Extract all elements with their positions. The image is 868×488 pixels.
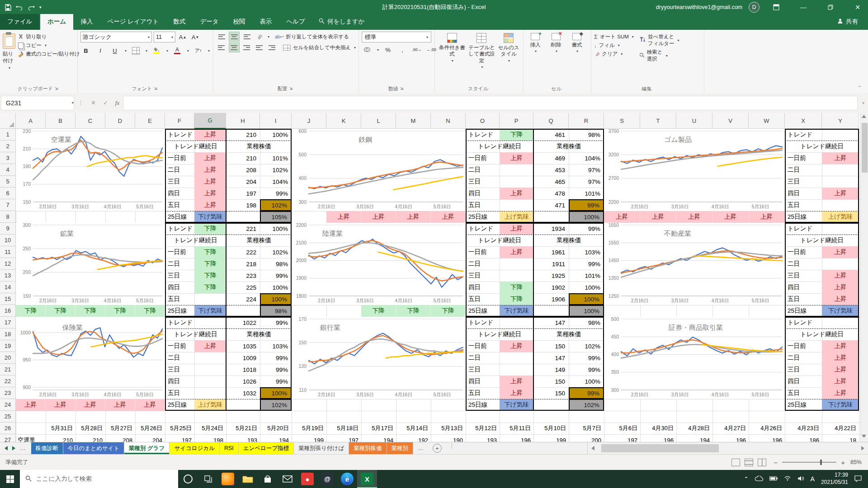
strip-cell[interactable]: 上昇 xyxy=(105,399,135,411)
prev-sheet-icon[interactable] xyxy=(5,446,8,450)
cell-day-pct[interactable]: 102% xyxy=(569,340,604,352)
cell-pricehead[interactable]: 業種株価 xyxy=(533,235,604,246)
strip-cell[interactable]: 下降 xyxy=(431,305,466,317)
cell-day-price[interactable]: 1911 xyxy=(533,258,569,270)
cell-price-head[interactable]: 210 xyxy=(226,129,260,141)
cell-day-pct[interactable]: 102% xyxy=(260,199,292,211)
cell-day-label[interactable]: 五日 xyxy=(785,387,822,399)
cell-day-label[interactable]: 四日 xyxy=(785,375,822,387)
cell-date[interactable]: 5月20日 xyxy=(260,422,292,434)
chart-空運業[interactable]: 2302101901701502月16日3月16日4月16日5月16日空運業 xyxy=(16,129,165,211)
taskbar-clock[interactable]: 17:392021/05/31 xyxy=(821,472,848,486)
cell-ma-value[interactable]: 下げ気味 xyxy=(822,399,859,411)
cell-day-price[interactable]: 1035 xyxy=(226,340,260,352)
ribbon-tab-3[interactable]: 数式 xyxy=(166,14,193,30)
cell-trend-label[interactable]: トレンド xyxy=(785,317,822,328)
cell-ma-pct[interactable]: 98% xyxy=(260,305,292,317)
cell-date[interactable]: 5月25日 xyxy=(165,422,194,434)
cell-ma-value[interactable]: 下げ気味 xyxy=(194,305,226,317)
file-explorer-icon[interactable] xyxy=(238,470,258,488)
cell-row27-value[interactable]: 196 xyxy=(749,434,785,442)
zoom-in-icon[interactable]: + xyxy=(841,459,845,466)
strip-cell[interactable]: 上昇 xyxy=(640,211,676,223)
row-header-15[interactable]: 15 xyxy=(0,293,16,305)
cell-styles-button[interactable]: セルのスタイル▾ xyxy=(497,32,520,63)
cell-date[interactable]: 4月26日 xyxy=(749,422,785,434)
cell-day-pct[interactable]: 100% xyxy=(260,387,292,399)
cell-date[interactable]: 5月27日 xyxy=(105,422,135,434)
strip-cell[interactable]: 下降 xyxy=(46,305,75,317)
cell-day-price[interactable]: 1018 xyxy=(226,364,260,375)
horizontal-scrollbar[interactable] xyxy=(587,442,868,454)
cell-day-value[interactable]: 上昇 xyxy=(822,152,859,164)
cell-day-value[interactable]: 下降 xyxy=(500,282,533,293)
sheet-tab-8[interactable]: 業種別 xyxy=(387,442,414,454)
tray-chevron-icon[interactable]: ⌃ xyxy=(744,476,749,482)
cell-day-pct[interactable]: 101% xyxy=(260,152,292,164)
cell-day-value[interactable]: 上昇 xyxy=(500,246,533,258)
taskbar-search[interactable]: ここに入力して検索 xyxy=(20,470,178,488)
cell-day-price[interactable]: 223 xyxy=(226,270,260,282)
cell-day-price[interactable]: 225 xyxy=(226,282,260,293)
strip-cell[interactable]: 下降 xyxy=(135,305,165,317)
cell-day-label[interactable]: 四日 xyxy=(165,188,194,199)
cell-day-label[interactable]: 五日 xyxy=(785,293,822,305)
cell-day-price[interactable]: 1925 xyxy=(533,270,569,282)
col-header-W[interactable]: W xyxy=(749,113,785,129)
row-header-14[interactable]: 14 xyxy=(0,282,16,293)
col-header-C[interactable]: C xyxy=(75,113,105,129)
cell-row27-value[interactable]: 186 xyxy=(785,434,822,442)
cell-day-value[interactable]: 上昇 xyxy=(822,246,859,258)
group-label-alignment[interactable]: 配置⇲ xyxy=(216,84,356,93)
cell-day-label[interactable]: 二日 xyxy=(785,164,822,176)
cell-day-value[interactable]: 上昇 xyxy=(500,152,533,164)
cell-day-label[interactable]: 五日 xyxy=(466,293,500,305)
strip-cell[interactable]: 上昇 xyxy=(326,211,361,223)
cell-row27-value[interactable]: 196 xyxy=(500,434,533,442)
strip-cell[interactable]: 上昇 xyxy=(431,211,466,223)
cell-ma-pct[interactable]: 102% xyxy=(569,399,604,411)
cell-day-price[interactable]: 478 xyxy=(533,188,569,199)
vertical-scrollbar[interactable] xyxy=(860,113,868,442)
enter-icon[interactable]: ✓ xyxy=(99,99,112,106)
cell-day-label[interactable]: 二日 xyxy=(165,164,194,176)
cell-date[interactable]: 4月23日 xyxy=(785,422,822,434)
name-box[interactable]: G231▾ xyxy=(1,96,74,110)
cell-day-pct[interactable]: 99% xyxy=(260,270,292,282)
cell-ma-value[interactable]: 上げ気味 xyxy=(500,211,533,223)
cell-row27-label[interactable]: 空運業 xyxy=(16,434,46,442)
cell-day-value[interactable] xyxy=(194,387,226,399)
cell-date[interactable]: 4月30日 xyxy=(640,422,676,434)
borders-icon[interactable] xyxy=(130,46,141,55)
row-header-27[interactable]: 27 xyxy=(0,434,16,442)
cell-pricehead[interactable]: 業種株価 xyxy=(533,328,604,340)
restore-button[interactable] xyxy=(820,0,841,14)
page-break-view-icon[interactable] xyxy=(758,459,766,466)
at-app-icon[interactable]: @ xyxy=(317,470,337,488)
sheet-tab-5[interactable]: エンベロープ指標 xyxy=(239,442,294,454)
cell-pct-head[interactable]: 98% xyxy=(569,317,604,328)
close-button[interactable]: ✕ xyxy=(847,0,868,14)
cell-day-value[interactable]: 上昇 xyxy=(194,199,226,211)
cell-date[interactable]: 5月12日 xyxy=(466,422,500,434)
cell-day-price[interactable]: 1032 xyxy=(226,387,260,399)
ime-indicator[interactable]: A xyxy=(811,475,815,483)
share-button[interactable]: 共有 xyxy=(827,14,868,30)
cell-day-price[interactable]: 150 xyxy=(533,375,569,387)
row-header-11[interactable]: 11 xyxy=(0,246,16,258)
autosum-button[interactable]: Σオート SUM▾ xyxy=(594,33,634,40)
cell-trend-value[interactable] xyxy=(194,317,226,328)
row-header-3[interactable]: 3 xyxy=(0,152,16,164)
save-icon[interactable] xyxy=(5,4,11,11)
new-sheet-button[interactable]: + xyxy=(433,444,442,453)
col-header-B[interactable]: B xyxy=(46,113,75,129)
select-all-corner[interactable] xyxy=(0,113,16,129)
col-header-R[interactable]: R xyxy=(569,113,604,129)
find-select-button[interactable]: 検索と 選択▾ xyxy=(639,49,679,62)
cell-day-label[interactable]: 四日 xyxy=(165,282,194,293)
tell-me-search[interactable]: 何をしますか xyxy=(312,14,371,30)
cell-trend-label[interactable]: トレンド xyxy=(165,317,194,328)
cell-day-price[interactable]: 224 xyxy=(226,293,260,305)
cell-ma-value[interactable]: 下げ気味 xyxy=(500,399,533,411)
scroll-left-icon[interactable] xyxy=(591,446,594,450)
